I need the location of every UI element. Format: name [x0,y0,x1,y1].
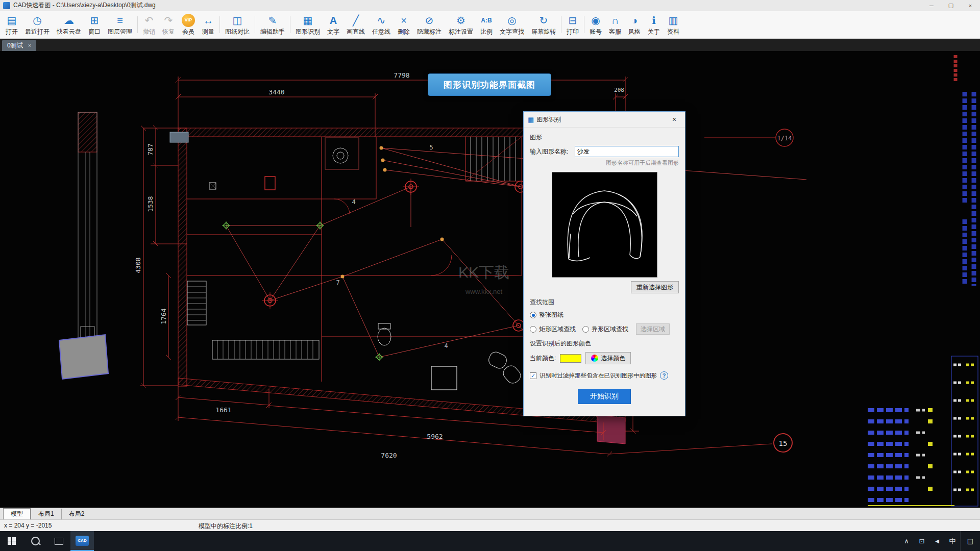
radio-rect-area[interactable] [530,326,536,333]
dialog-icon: ▦ [528,116,534,123]
toolbar-item-cloud-drive[interactable]: ☁ 快看云盘 [53,12,85,37]
layout-tab-layout2[interactable]: 布局2 [61,509,92,519]
tab-close-icon[interactable]: × [28,42,31,48]
reselect-shape-button[interactable]: 重新选择图形 [631,281,679,293]
toolbar-item-open[interactable]: ▤ 打开 [2,12,21,37]
radio-rect-area-label: 矩形区域查找 [539,325,576,334]
svg-text:KK下载: KK下载 [458,264,509,281]
toolbar-item-delete[interactable]: × 删除 [394,12,413,37]
toolbar-icon: ⚙ [455,14,467,27]
window-controls: ─ ▢ × [922,0,980,11]
filter-checkbox[interactable]: ✓ [530,372,536,379]
toolbar-label: 会员 [182,28,194,36]
toolbar-icon: ↻ [537,14,550,27]
toolbar-item-scale[interactable]: A:B 比例 [477,12,496,37]
toolbar-label: 任意线 [372,28,390,36]
task-view-button[interactable] [47,531,70,551]
toolbar-label: 图纸对比 [225,28,250,36]
help-icon[interactable]: ? [660,371,668,380]
toolbar-item-text[interactable]: A 文字 [324,12,343,37]
toolbar-icon: ▦ [302,14,314,27]
radio-irregular-area[interactable] [582,326,589,333]
toolbar-item-recent-open[interactable]: ◷ 最近打开 [21,12,53,37]
toolbar-icon: A:B [480,14,493,27]
toolbar-item-layer-manager[interactable]: ≡ 图层管理 [104,12,136,37]
drawing-canvas[interactable]: 7798 3440 208 787 1538 4308 1764 5800 16… [0,51,980,508]
toolbar-item-print[interactable]: ⊟ 打印 [563,12,582,37]
toolbar-item-screen-rotate[interactable]: ↻ 屏幕旋转 [528,12,559,37]
tray-tray-expand-icon[interactable]: ∧ [899,531,914,551]
start-button[interactable] [0,531,23,551]
toolbar-item-hide-annotation[interactable]: ⊘ 隐藏标注 [413,12,445,37]
layout-tab-layout1[interactable]: 布局1 [31,509,61,519]
tray-action-center-icon[interactable]: ▤ [960,531,980,551]
range-group-label: 查找范围 [530,298,679,307]
toolbar-item-support[interactable]: ∩ 客服 [605,12,625,37]
close-button[interactable]: × [961,0,980,11]
dialog-titlebar[interactable]: ▦ 图形识别 × [524,112,685,128]
toolbar-label: 快看云盘 [57,28,81,36]
toolbar-label: 风格 [628,28,641,36]
toolbar-item-draw-line[interactable]: ╱ 画直线 [343,12,369,37]
task-view-icon [55,538,63,545]
tray-display-icon[interactable]: ⊡ [914,531,929,551]
toolbar-item-about[interactable]: ℹ 关于 [644,12,664,37]
toolbar-item-text-search[interactable]: ◎ 文字查找 [496,12,528,37]
cad-drawing[interactable]: 7798 3440 208 787 1538 4308 1764 5800 16… [0,51,980,508]
electrical-symbols [222,146,526,362]
tray-glyph: 中 [949,537,956,546]
toolbar-item-undo[interactable]: ↶ 撤销 [139,12,159,37]
toolbar-icon: ✎ [266,14,279,27]
layout-tab-model[interactable]: 模型 [3,508,31,519]
toolbar-icon: A [327,14,339,27]
toolbar-item-redo[interactable]: ↷ 恢复 [159,12,178,37]
toolbar-item-shape-recognition[interactable]: ▦ 图形识别 [292,12,324,37]
tray-glyph: ∧ [904,537,909,545]
select-area-button[interactable]: 选择区域 [636,323,670,335]
app-logo-icon [3,2,10,9]
svg-text:4: 4 [444,342,448,349]
toolbar-item-account[interactable]: ◉ 账号 [586,12,605,37]
toolbar-item-drawing-compare[interactable]: ◫ 图纸对比 [222,12,253,37]
toolbar-separator [561,16,561,33]
toolbar-label: 文字 [327,28,339,36]
toolbar-item-vip-member[interactable]: VIP 会员 [178,12,199,37]
tray-volume-icon[interactable]: ◄ [929,531,945,551]
svg-text:1/14: 1/14 [777,135,792,142]
toolbar-item-edit-assistant[interactable]: ✎ 编辑助手 [257,12,288,37]
shape-name-input[interactable] [575,146,679,157]
plan-labels: 5 4 4 7 [336,144,448,349]
minimize-button[interactable]: ─ [922,0,941,11]
radio-whole-drawing[interactable] [530,312,536,318]
toolbar-separator [219,16,220,33]
toolbar-label: 隐藏标注 [417,28,442,36]
toolbar-item-materials[interactable]: ▥ 资料 [664,12,683,37]
taskbar-app-cad[interactable]: CAD [70,531,94,551]
toolbar-item-style[interactable]: ◑ 风格 [625,12,644,37]
radio-whole-drawing-label: 整张图纸 [539,311,564,319]
document-tab[interactable]: 0测试 × [2,40,36,51]
svg-text:15: 15 [779,439,788,447]
toolbar-label: 删除 [398,28,410,36]
toolbar-label: 画直线 [347,28,365,36]
layout-tab-label: 布局2 [69,510,85,517]
stairs [465,137,522,181]
toolbar-item-annotation-settings[interactable]: ⚙ 标注设置 [445,12,477,37]
maroon-block [597,415,625,444]
toolbar-item-window[interactable]: ⊞ 窗口 [85,12,104,37]
toolbar-item-measure[interactable]: ↔ 测量 [199,12,218,37]
document-tabbar: 0测试 × [0,39,980,51]
circuit-points [341,146,444,279]
start-recognition-button[interactable]: 开始识别 [578,389,631,404]
maximize-button[interactable]: ▢ [941,0,961,11]
svg-text:208: 208 [614,87,624,93]
dialog-close-icon[interactable]: × [668,115,681,123]
choose-color-button[interactable]: 选择颜色 [585,352,631,364]
shape-recognition-dialog: ▦ 图形识别 × 图形 输入图形名称: 图形名称可用于后期查看图形 [523,111,685,416]
left-structure [78,112,97,350]
toolbar-item-free-line[interactable]: ∿ 任意线 [369,12,394,37]
windows-taskbar: CAD ∧ ⊡ ◄ 中 ▤ [0,531,980,551]
toolbar-label: 图形识别 [296,28,320,36]
search-button[interactable] [23,531,47,551]
tray-ime-indicator[interactable]: 中 [945,531,960,551]
